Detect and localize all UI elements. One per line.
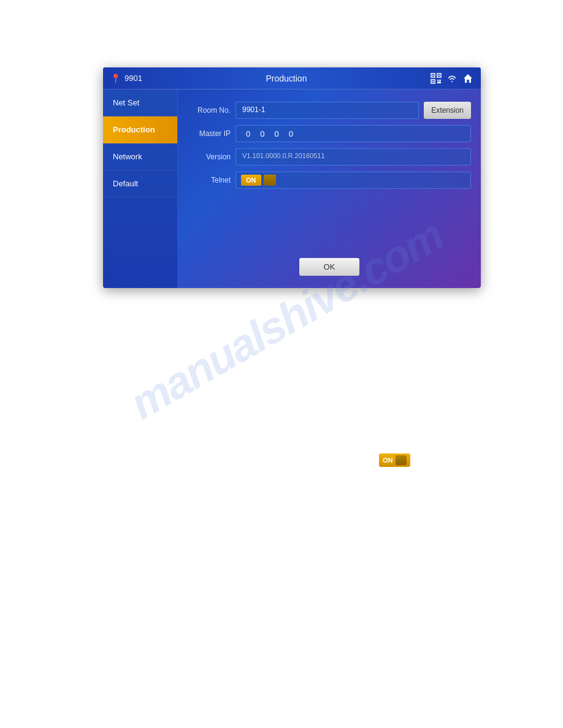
floating-toggle-text: ON [383, 457, 393, 464]
ip-seg-3: 0 [289, 129, 293, 138]
ip-seg-0: 0 [246, 129, 250, 138]
pin-icon: 📍 [110, 74, 121, 83]
top-bar-right [431, 73, 473, 84]
svg-rect-8 [437, 82, 441, 83]
room-no-row: Room No. 9901-1 Extension [188, 102, 471, 119]
top-bar-left: 📍 9901 [110, 74, 142, 83]
main-content: Net Set Production Network Default Room … [103, 89, 481, 288]
telnet-row: Telnet ON [188, 172, 471, 189]
wifi-icon [446, 73, 458, 84]
room-no-label: Room No. [188, 106, 231, 115]
ip-seg-1: 0 [260, 129, 264, 138]
sidebar-item-production[interactable]: Production [103, 116, 177, 143]
ok-button-container: OK [188, 252, 471, 276]
svg-rect-1 [432, 75, 434, 76]
home-icon [462, 73, 473, 84]
ip-seg-2: 0 [274, 129, 278, 138]
sidebar-item-network[interactable]: Network [103, 143, 177, 170]
top-bar: 📍 9901 Production [103, 67, 481, 89]
extension-button[interactable]: Extension [424, 102, 471, 119]
svg-rect-5 [432, 81, 434, 82]
top-bar-title: Production [142, 74, 431, 83]
sidebar: Net Set Production Network Default [103, 89, 178, 288]
svg-rect-7 [439, 80, 441, 81]
telnet-label: Telnet [188, 176, 231, 184]
ok-button[interactable]: OK [299, 258, 360, 276]
sidebar-item-net-set[interactable]: Net Set [103, 89, 177, 116]
device-id: 9901 [124, 74, 142, 83]
device-frame: 📍 9901 Production [103, 67, 481, 288]
version-value: V1.101.0000.0.R.20160511 [236, 148, 471, 165]
floating-toggle: ON [379, 453, 410, 467]
telnet-toggle-container[interactable]: ON [236, 172, 471, 189]
version-row: Version V1.101.0000.0.R.20160511 [188, 148, 471, 165]
master-ip-row: Master IP 0 0 0 0 [188, 125, 471, 142]
qr-icon [431, 73, 442, 84]
svg-rect-9 [467, 80, 469, 83]
content-panel: Room No. 9901-1 Extension Master IP 0 0 … [178, 89, 481, 288]
sidebar-item-default[interactable]: Default [103, 170, 177, 197]
master-ip-input[interactable]: 0 0 0 0 [236, 125, 471, 142]
svg-rect-3 [439, 75, 440, 76]
floating-toggle-square-2 [396, 455, 407, 465]
master-ip-label: Master IP [188, 129, 231, 138]
svg-rect-6 [437, 80, 439, 81]
telnet-toggle-square [264, 175, 276, 186]
room-no-input[interactable]: 9901-1 [236, 102, 419, 119]
version-label: Version [188, 153, 231, 161]
telnet-on-label: ON [241, 175, 261, 186]
